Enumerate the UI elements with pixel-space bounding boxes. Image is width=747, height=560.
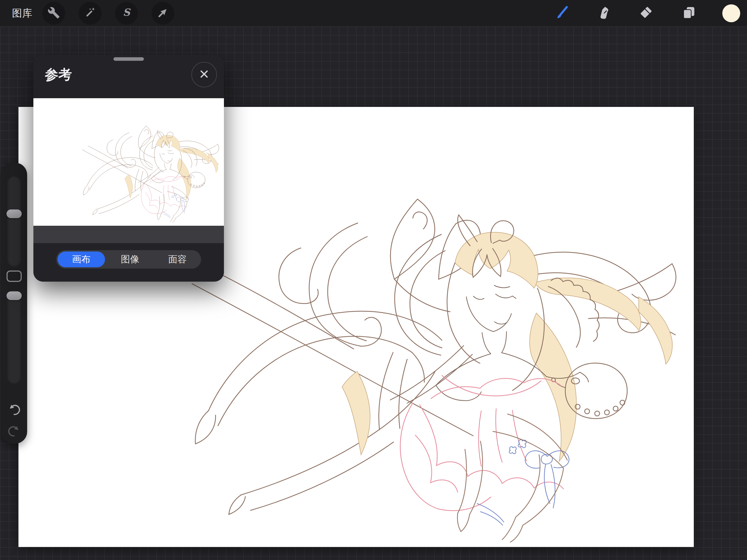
opacity-slider-handle[interactable] [6, 291, 22, 300]
selection-button[interactable]: S [115, 2, 138, 25]
brush-size-slider[interactable] [7, 175, 21, 267]
magic-wand-icon [84, 6, 96, 20]
modify-button[interactable] [6, 270, 22, 282]
smudge-tool-button[interactable] [596, 5, 612, 21]
reference-preview-sketch [33, 100, 224, 224]
redo-button[interactable] [7, 424, 21, 438]
erase-tool-button[interactable] [638, 5, 654, 21]
smudge-finger-icon [596, 5, 612, 21]
reference-panel-title: 参考 [45, 66, 72, 84]
reference-panel-header: 参考 [33, 55, 224, 98]
reference-tab-bar: 画布 图像 面容 [56, 250, 201, 269]
actions-button[interactable] [42, 2, 65, 25]
adjustments-button[interactable] [79, 2, 102, 25]
tab-face[interactable]: 面容 [154, 250, 201, 269]
paint-tool-button[interactable] [553, 5, 569, 21]
layers-icon [681, 5, 696, 21]
svg-text:S: S [123, 6, 131, 18]
layers-button[interactable] [680, 5, 697, 21]
undo-button[interactable] [7, 402, 21, 417]
eraser-icon [638, 5, 653, 21]
close-button[interactable] [191, 62, 217, 87]
transform-button[interactable] [152, 2, 174, 25]
transform-arrow-icon [157, 6, 169, 20]
drag-handle[interactable] [113, 57, 144, 61]
reference-preview-letterbox [33, 226, 224, 243]
close-icon [199, 69, 209, 80]
tab-canvas[interactable]: 画布 [57, 251, 105, 267]
reference-panel-footer: 画布 图像 面容 [33, 243, 224, 282]
selection-s-icon: S [120, 6, 133, 20]
brush-size-slider-handle[interactable] [6, 210, 22, 218]
top-toolbar: 图库 S [0, 0, 747, 26]
side-toolbar [1, 163, 27, 444]
brush-icon [553, 5, 569, 21]
reference-panel: 参考 画布 图像 面容 [33, 55, 224, 282]
wrench-icon [48, 6, 60, 20]
reference-preview-thumbnail[interactable] [33, 98, 224, 226]
opacity-slider[interactable] [7, 289, 21, 384]
gallery-button[interactable]: 图库 [12, 6, 32, 20]
redo-icon [7, 434, 21, 439]
color-swatch[interactable] [722, 4, 740, 22]
tab-image[interactable]: 图像 [106, 250, 154, 269]
undo-icon [7, 413, 21, 417]
